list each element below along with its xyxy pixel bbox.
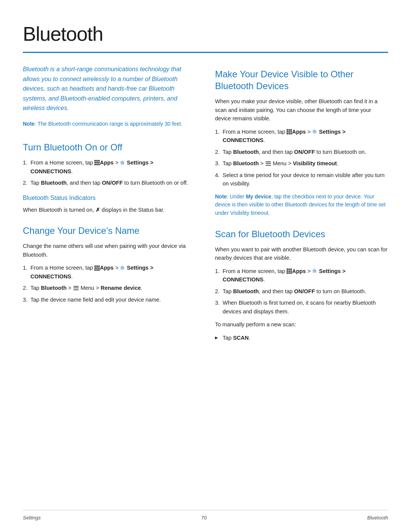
manual-scan-item: Tap SCAN. — [215, 334, 388, 342]
step-3-name: 3. Tap the device name field and edit yo… — [23, 296, 196, 304]
step-2-turn: 2. Tap Bluetooth, and then tap ON/OFF to… — [23, 179, 196, 187]
apps-icon — [287, 268, 292, 274]
menu-icon — [266, 161, 271, 166]
scan-steps: 1. From a Home screen, tap Apps > Settin… — [215, 267, 388, 316]
change-name-intro: Change the name others will use when pai… — [23, 242, 196, 259]
gear-icon — [312, 129, 317, 134]
apps-icon — [287, 129, 292, 134]
apps-icon — [94, 160, 100, 165]
step-2-visible: 2. Tap Bluetooth, and then tap ON/OFF to… — [215, 148, 388, 156]
subsection-status-indicators: Bluetooth Status Indicators When Bluetoo… — [23, 193, 196, 214]
footer-right: Bluetooth — [367, 514, 388, 522]
section-title-turn-on-off: Turn Bluetooth On or Off — [23, 141, 196, 153]
gear-icon — [120, 160, 125, 165]
make-visible-intro: When you make your device visible, other… — [215, 97, 388, 123]
intro-text: Bluetooth is a short-range communication… — [23, 64, 196, 113]
status-indicators-body: When Bluetooth is turned on, ✗ displays … — [23, 206, 196, 214]
step-3-scan: 3. When Bluetooth is first turned on, it… — [215, 299, 388, 316]
two-column-layout: Bluetooth is a short-range communication… — [23, 64, 388, 353]
left-column: Bluetooth is a short-range communication… — [23, 64, 196, 353]
make-visible-note: Note: Under My device, tap the checkbox … — [215, 193, 388, 217]
footer-page-number: 70 — [201, 514, 207, 522]
section-scan: Scan for Bluetooth Devices When you want… — [215, 228, 388, 342]
step-1-name: 1. From a Home screen, tap Apps > Settin… — [23, 264, 196, 281]
turn-on-off-steps: 1. From a Home screen, tap Apps > Settin… — [23, 158, 196, 187]
make-visible-steps: 1. From a Home screen, tap Apps > Settin… — [215, 128, 388, 188]
step-1-scan: 1. From a Home screen, tap Apps > Settin… — [215, 267, 388, 284]
manual-scan-label: To manually perform a new scan: — [215, 320, 388, 329]
step-2-name: 2. Tap Bluetooth > Menu > Rename device. — [23, 284, 196, 292]
section-title-change-name: Change Your Device’s Name — [23, 225, 196, 236]
section-turn-on-off: Turn Bluetooth On or Off 1. From a Home … — [23, 141, 196, 214]
menu-icon — [73, 286, 79, 290]
note-body: : The Bluetooth communication range is a… — [35, 121, 182, 127]
change-name-steps: 1. From a Home screen, tap Apps > Settin… — [23, 264, 196, 304]
scan-intro: When you want to pair with another Bluet… — [215, 245, 388, 262]
page-title: Bluetooth — [23, 19, 388, 49]
gear-icon — [312, 268, 317, 273]
step-1-visible: 1. From a Home screen, tap Apps > Settin… — [215, 128, 388, 145]
apps-icon — [94, 265, 100, 271]
intro-note: Note: The Bluetooth communication range … — [23, 120, 196, 128]
gear-icon — [120, 265, 125, 270]
right-column: Make Your Device Visible to Other Blueto… — [215, 64, 388, 353]
manual-scan-list: Tap SCAN. — [215, 334, 388, 342]
footer-left: Settings — [23, 514, 41, 522]
step-4-visible: 4. Select a time period for your device … — [215, 171, 388, 188]
page-container: Bluetooth Bluetooth is a short-range com… — [0, 0, 411, 383]
footer: Settings 70 Bluetooth — [23, 510, 388, 522]
section-change-name: Change Your Device’s Name Change the nam… — [23, 225, 196, 304]
section-make-visible: Make Your Device Visible to Other Blueto… — [215, 68, 388, 217]
bluetooth-symbol: ✗ — [96, 207, 100, 213]
step-3-visible: 3. Tap Bluetooth > Menu > Visibility tim… — [215, 159, 388, 168]
step-1-turn: 1. From a Home screen, tap Apps > Settin… — [23, 158, 196, 176]
note-label: Note — [23, 121, 35, 127]
subsection-title-status: Bluetooth Status Indicators — [23, 193, 196, 203]
step-2-scan: 2. Tap Bluetooth, and then tap ON/OFF to… — [215, 287, 388, 296]
section-title-make-visible: Make Your Device Visible to Other Blueto… — [215, 68, 388, 92]
title-rule — [23, 52, 388, 53]
section-title-scan: Scan for Bluetooth Devices — [215, 228, 388, 240]
